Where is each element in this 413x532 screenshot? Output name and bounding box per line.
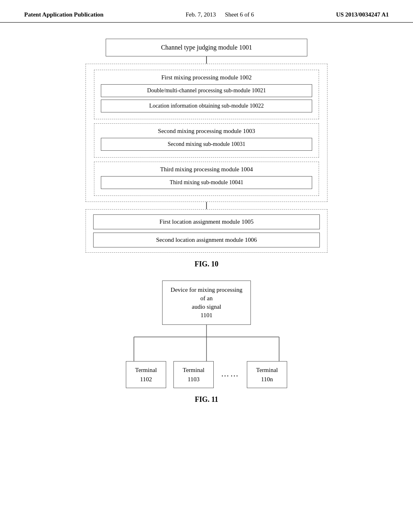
terminal-110n: Terminal 110n: [247, 361, 287, 388]
mixing-outer-box: First mixing processing module 1002 Doub…: [86, 64, 327, 202]
first-mixing-title: First mixing processing module 1002: [101, 74, 312, 81]
fig11-diagram: Device for mixing processing of an audio…: [32, 281, 381, 388]
terminal-1102: Terminal 1102: [126, 361, 166, 388]
fig10-diagram: Channel type judging module 1001 First m…: [32, 39, 381, 253]
patent-number: US 2013/0034247 A1: [336, 11, 389, 18]
sub-module-10021: Double/multi-channel processing sub-modu…: [101, 84, 312, 97]
second-location-box: Second location assignment module 1006: [93, 233, 320, 247]
second-mixing-title: Second mixing processing module 1003: [101, 128, 312, 135]
fig10-label: FIG. 10: [32, 260, 381, 268]
dots: ……: [221, 361, 240, 378]
channel-type-box: Channel type judging module 1001: [106, 39, 307, 56]
device-box: Device for mixing processing of an audio…: [162, 281, 251, 325]
tree-svg: [102, 325, 311, 361]
device-line1: Device for mixing processing of an: [171, 287, 242, 301]
second-mixing-outer-box: Second mixing processing module 1003 Sec…: [94, 123, 319, 158]
first-location-box: First location assignment module 1005: [93, 214, 320, 229]
third-mixing-title: Third mixing processing module 1004: [101, 166, 312, 173]
publication-label: Patent Application Publication: [24, 11, 104, 18]
device-line2: audio signal: [192, 303, 221, 310]
sheet-info: Sheet 6 of 6: [225, 11, 254, 18]
connector-line-2: [206, 202, 207, 209]
main-content: Channel type judging module 1001 First m…: [0, 23, 413, 432]
date: Feb. 7, 2013: [186, 11, 216, 18]
page-header: Patent Application Publication Feb. 7, 2…: [0, 0, 413, 23]
location-outer-box: First location assignment module 1005 Se…: [86, 209, 327, 253]
fig11-label: FIG. 11: [32, 395, 381, 404]
device-line3: 1101: [200, 312, 212, 318]
connector-line-1: [206, 56, 207, 64]
first-mixing-outer-box: First mixing processing module 1002 Doub…: [94, 70, 319, 119]
sub-module-10041: Third mixing sub-module 10041: [101, 176, 312, 189]
terminals-row: Terminal 1102 Terminal 1103 …… Terminal …: [126, 361, 287, 388]
sub-module-10022: Location information obtaining sub-modul…: [101, 100, 312, 112]
date-sheet: Feb. 7, 2013 Sheet 6 of 6: [186, 11, 254, 18]
third-mixing-outer-box: Third mixing processing module 1004 Thir…: [94, 162, 319, 196]
sub-module-10031: Second mixing sub-module 10031: [101, 138, 312, 151]
terminal-1103: Terminal 1103: [173, 361, 214, 388]
